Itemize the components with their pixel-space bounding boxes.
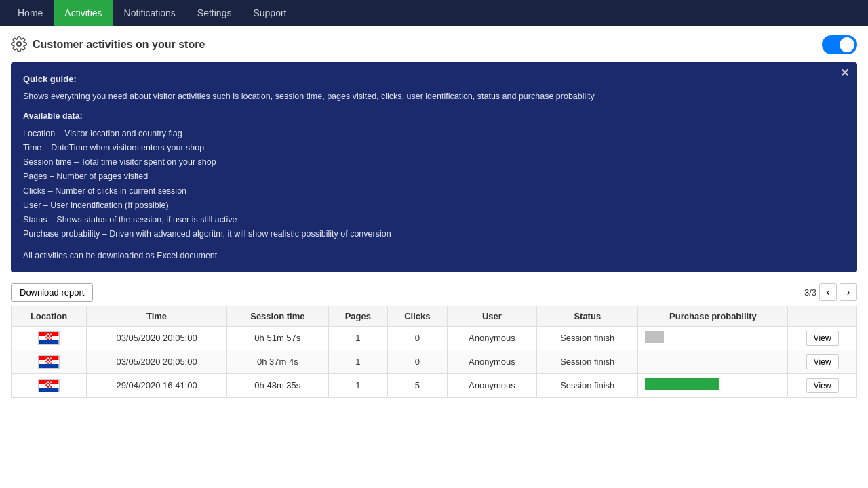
svg-rect-35: [49, 361, 50, 362]
header-row: Location Time Session time Pages Clicks …: [12, 306, 857, 326]
svg-rect-58: [47, 386, 49, 387]
cell-view: View: [788, 326, 857, 350]
toggle-thumb: [840, 37, 854, 52]
gear-icon: [11, 36, 27, 54]
view-button-row-1[interactable]: View: [806, 354, 839, 369]
svg-rect-9: [45, 336, 47, 337]
cell-time: 03/05/2020 20:05:00: [86, 350, 226, 373]
svg-rect-29: [45, 359, 47, 361]
cell-user: Anonymous: [447, 373, 536, 397]
navbar: Home Activities Notifications Settings S…: [0, 0, 868, 26]
svg-rect-5: [45, 334, 47, 336]
cell-clicks: 0: [388, 350, 448, 373]
guide-item-7: Purchase probability – Driven with advan…: [23, 227, 845, 241]
svg-rect-16: [50, 337, 52, 338]
col-actions: [788, 306, 857, 326]
toolbar-row: Download report 3/3 ‹ ›: [11, 283, 857, 302]
pagination-next-button[interactable]: ›: [840, 283, 857, 301]
cell-user: Anonymous: [447, 350, 536, 373]
cell-view: View: [788, 350, 857, 373]
close-button[interactable]: ✕: [840, 68, 849, 79]
svg-rect-43: [39, 388, 59, 392]
table-row: 03/05/2020 20:05:000h 51m 57s10Anonymous…: [12, 326, 857, 350]
svg-rect-6: [47, 334, 49, 336]
svg-rect-52: [50, 383, 52, 384]
svg-rect-30: [47, 359, 49, 361]
guide-item-1: Time – DateTime when visitors enters you…: [23, 141, 845, 155]
guide-item-3: Pages – Number of pages visited: [23, 169, 845, 184]
guide-available-title: Available data:: [23, 109, 845, 123]
nav-notifications[interactable]: Notifications: [113, 0, 186, 26]
nav-settings[interactable]: Settings: [186, 0, 243, 26]
svg-rect-7: [49, 334, 50, 336]
col-status: Status: [537, 306, 638, 326]
svg-rect-27: [49, 358, 50, 359]
cell-clicks: 0: [388, 326, 448, 350]
cell-purchase-prob: [638, 350, 788, 373]
pagination-prev-button[interactable]: ‹: [819, 283, 837, 301]
guide-item-5: User – User indentification (If possible…: [23, 199, 845, 213]
toggle-switch[interactable]: [822, 35, 857, 54]
svg-rect-11: [49, 336, 50, 337]
cell-pages: 1: [328, 350, 388, 373]
svg-point-0: [17, 42, 21, 46]
svg-rect-25: [45, 358, 47, 359]
col-session-time: Session time: [227, 306, 328, 326]
svg-rect-51: [49, 383, 50, 384]
svg-rect-26: [47, 358, 49, 359]
page-title: Customer activities on your store: [33, 39, 205, 51]
svg-rect-59: [49, 386, 50, 387]
svg-rect-56: [50, 384, 52, 386]
nav-support[interactable]: Support: [242, 0, 297, 26]
svg-rect-23: [39, 364, 59, 368]
download-report-button[interactable]: Download report: [11, 283, 93, 302]
svg-rect-34: [47, 361, 49, 362]
cell-status: Session finish: [537, 326, 638, 350]
cell-purchase-prob: [638, 326, 788, 350]
svg-rect-45: [45, 382, 47, 383]
svg-rect-48: [50, 382, 52, 383]
svg-rect-55: [49, 384, 50, 386]
page-content: Customer activities on your store ✕ Quic…: [0, 26, 868, 488]
svg-rect-53: [45, 384, 47, 386]
svg-rect-19: [49, 338, 50, 340]
svg-rect-8: [50, 334, 52, 336]
svg-rect-37: [45, 362, 47, 363]
svg-rect-12: [50, 336, 52, 337]
guide-item-6: Status – Shows status of the session, if…: [23, 213, 845, 227]
cell-time: 29/04/2020 16:41:00: [86, 373, 226, 397]
view-button-row-0[interactable]: View: [806, 331, 839, 346]
cell-location: [12, 373, 87, 397]
cell-view: View: [788, 373, 857, 397]
svg-rect-39: [49, 362, 50, 363]
svg-rect-13: [45, 337, 47, 338]
guide-item-0: Location – Visitor location and country …: [23, 127, 845, 141]
col-user: User: [447, 306, 536, 326]
cell-session-time: 0h 51m 57s: [227, 326, 328, 350]
cell-pages: 1: [328, 373, 388, 397]
guide-intro: Shows everything you need about visitor …: [23, 89, 845, 104]
nav-home[interactable]: Home: [7, 0, 54, 26]
col-clicks: Clicks: [388, 306, 448, 326]
nav-activities[interactable]: Activities: [54, 0, 113, 26]
col-purchase-prob: Purchase probability: [638, 306, 788, 326]
svg-rect-32: [50, 359, 52, 361]
pagination-info: 3/3: [804, 287, 816, 298]
page-header: Customer activities on your store: [11, 35, 857, 54]
svg-rect-31: [49, 359, 50, 361]
svg-rect-14: [47, 337, 49, 338]
pagination-controls: 3/3 ‹ ›: [804, 283, 857, 301]
table-header: Location Time Session time Pages Clicks …: [12, 306, 857, 326]
cell-session-time: 0h 37m 4s: [227, 350, 328, 373]
cell-location: [12, 350, 87, 373]
cell-location: [12, 326, 87, 350]
guide-title: Quick guide:: [23, 72, 845, 87]
cell-purchase-prob: [638, 373, 788, 397]
svg-rect-17: [45, 338, 47, 340]
svg-rect-57: [45, 386, 47, 387]
cell-user: Anonymous: [447, 326, 536, 350]
activities-table: Location Time Session time Pages Clicks …: [11, 306, 857, 398]
table-row: 03/05/2020 20:05:000h 37m 4s10AnonymousS…: [12, 350, 857, 373]
svg-rect-54: [47, 384, 49, 386]
view-button-row-2[interactable]: View: [806, 378, 839, 393]
